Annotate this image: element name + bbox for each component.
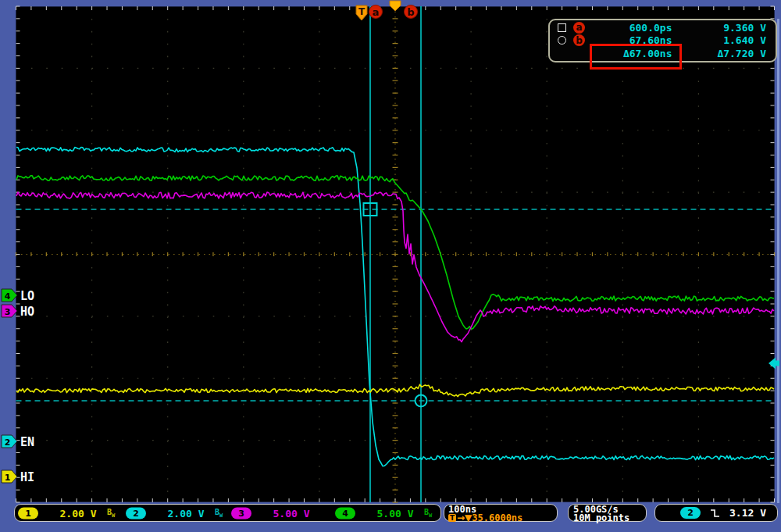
cursor-b-badge: b <box>573 34 585 46</box>
arrow-right-icon: → <box>457 514 465 522</box>
cursor-b-volts: 1.640 V <box>680 34 769 46</box>
channel-3-badge[interactable]: 3 <box>231 507 251 519</box>
svg-text:3: 3 <box>5 307 11 317</box>
channel-4-scale: 5.00 V <box>366 507 424 519</box>
svg-text:1: 1 <box>5 473 11 483</box>
trigger-level-arrow[interactable] <box>769 358 779 370</box>
trigger-pointer-icon: ▼ <box>465 514 472 522</box>
cursor-b-circle-icon <box>558 36 566 45</box>
falling-edge-icon <box>710 508 720 519</box>
channel-1-bandwidth-icon: BW <box>107 508 115 519</box>
trigger-settings-box[interactable]: 2 3.12 V <box>654 504 778 522</box>
channel-2-bandwidth-icon: BW <box>215 508 223 519</box>
channel-2-badge[interactable]: 2 <box>126 507 146 519</box>
waveform-display: Tab4LO3HO2EN1HI <box>0 0 781 532</box>
horizontal-settings-box[interactable]: 100ns T → ▼ 35.6000ns <box>444 504 558 522</box>
trigger-t-label: T <box>358 6 366 17</box>
signal-label-ho: HO <box>20 305 34 319</box>
svg-text:b: b <box>407 6 414 18</box>
svg-text:4: 4 <box>5 291 11 302</box>
channel-2-scale: 2.00 V <box>157 507 215 519</box>
signal-label-en: EN <box>20 435 34 449</box>
channel-1-scale: 2.00 V <box>49 507 107 519</box>
acquisition-box[interactable]: 5.00GS/s 10M points <box>568 504 647 522</box>
cursor-delta-volts: Δ7.720 V <box>680 48 769 59</box>
cursor-a-volts: 9.360 V <box>680 22 769 34</box>
channel-4-badge[interactable]: 4 <box>335 507 355 519</box>
cursor-a-badge: a <box>573 22 585 34</box>
trigger-source-badge: 2 <box>680 507 701 519</box>
delta-time-highlight <box>590 44 682 70</box>
svg-text:a: a <box>373 6 380 18</box>
channel-4-bandwidth-icon: BW <box>424 508 432 519</box>
trace-ch1-hi <box>16 384 774 396</box>
cursor-a-time: 600.0ps <box>592 22 680 34</box>
signal-label-hi: HI <box>20 470 34 484</box>
channel-settings-box[interactable]: 12.00 VBW22.00 VBW35.00 V45.00 VBW <box>14 504 441 522</box>
trigger-time-value: 35.6000ns <box>472 514 522 522</box>
cursor-a-square-icon <box>558 23 566 32</box>
oscilloscope-screen: Tab4LO3HO2EN1HI a 600.0ps 9.360 V b 67.6… <box>0 0 781 532</box>
trigger-t-icon: T <box>448 514 456 522</box>
channel-3-scale: 5.00 V <box>262 507 320 519</box>
trigger-level-value: 3.12 V <box>729 507 766 519</box>
record-length: 10M points <box>573 514 641 522</box>
channel-1-badge[interactable]: 1 <box>18 507 38 519</box>
svg-text:2: 2 <box>5 437 11 448</box>
signal-label-lo: LO <box>20 289 34 303</box>
trigger-position-icon[interactable] <box>390 1 401 11</box>
